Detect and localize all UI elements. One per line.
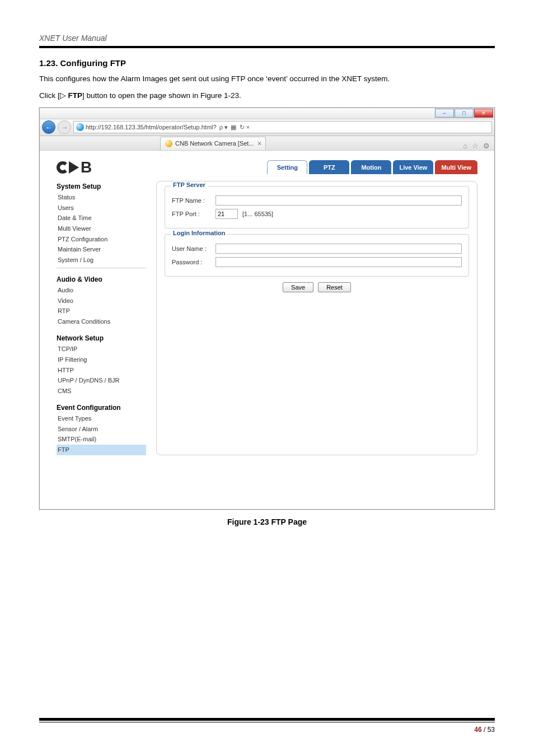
fieldset-ftp-server: FTP Server FTP Name : FTP Port : [1... 6… bbox=[165, 186, 469, 228]
sidebar-item-camera-conditions[interactable]: Camera Conditions bbox=[57, 316, 146, 327]
sidebar-item-http[interactable]: HTTP bbox=[57, 365, 146, 376]
fieldset-login-info: Login Information User Name : Password : bbox=[165, 234, 469, 277]
input-ftp-port[interactable] bbox=[216, 209, 238, 219]
manual-title: XNET User Manual bbox=[39, 34, 495, 43]
tab-favicon-icon bbox=[165, 140, 172, 147]
label-ftp-name: FTP Name : bbox=[172, 197, 211, 204]
main-panel: FTP Server FTP Name : FTP Port : [1... 6… bbox=[156, 181, 477, 455]
input-ftp-name[interactable] bbox=[216, 195, 462, 206]
nav-forward-button[interactable]: → bbox=[58, 120, 71, 134]
sidebar-heading-network: Network Setup bbox=[57, 333, 146, 344]
label-password: Password : bbox=[172, 259, 211, 265]
page-footer: 46 / 53 bbox=[39, 718, 495, 734]
sidebar-heading-system: System Setup bbox=[57, 181, 146, 192]
legend-login-info: Login Information bbox=[171, 230, 227, 236]
sidebar-heading-event: Event Configuration bbox=[57, 402, 146, 413]
address-controls: ρ ▾ ▦ ↻ × bbox=[218, 124, 250, 131]
sidebar-item-tcpip[interactable]: TCP/IP bbox=[57, 344, 146, 354]
sidebar-item-ip-filtering[interactable]: IP Filtering bbox=[57, 354, 146, 365]
reset-button[interactable]: Reset bbox=[318, 282, 351, 292]
intro-para-1: This configures how the Alarm Images get… bbox=[39, 73, 495, 85]
hint-ftp-port-range: [1... 65535] bbox=[242, 211, 273, 217]
page-total: 53 bbox=[488, 726, 495, 734]
sidebar-item-rtp[interactable]: RTP bbox=[57, 306, 146, 316]
page-current: 46 bbox=[474, 726, 481, 734]
legend-ftp-server: FTP Server bbox=[171, 181, 208, 188]
sidebar-item-cms[interactable]: CMS bbox=[57, 386, 146, 396]
page-sep: / bbox=[482, 726, 488, 734]
p2-bold: FTP bbox=[68, 91, 83, 100]
input-user-name[interactable] bbox=[216, 244, 462, 254]
sidebar-item-ftp[interactable]: FTP bbox=[57, 445, 146, 455]
sidebar-item-status[interactable]: Status bbox=[57, 192, 146, 203]
sidebar-item-upnp-dyndns-bjr[interactable]: UPnP / DynDNS / BJR bbox=[57, 375, 146, 386]
browser-tab-bar: CNB Network Camera [Set... ✕ ⌂ ☆ ⚙ bbox=[40, 136, 494, 151]
window-title-bar: – □ ✕ bbox=[40, 108, 494, 119]
ie-icon bbox=[76, 123, 84, 131]
figure-caption: Figure 1-23 FTP Page bbox=[39, 517, 495, 526]
browser-tab[interactable]: CNB Network Camera [Set... ✕ bbox=[160, 137, 266, 150]
tab-live-view[interactable]: Live View bbox=[393, 160, 433, 174]
sidebar-item-sensor-alarm[interactable]: Sensor / Alarm bbox=[57, 424, 146, 435]
window-minimize-button[interactable]: – bbox=[435, 109, 454, 118]
tab-multi-view[interactable]: Multi View bbox=[435, 160, 477, 174]
browser-window: – □ ✕ ← → http://192.168.123.35/html/ope… bbox=[39, 108, 495, 510]
window-maximize-button[interactable]: □ bbox=[455, 109, 474, 118]
home-icon[interactable]: ⌂ bbox=[463, 142, 467, 150]
address-bar[interactable]: http://192.168.123.35/html/operator/Setu… bbox=[73, 121, 492, 133]
footer-rule-thick bbox=[39, 718, 495, 721]
tab-ptz[interactable]: PTZ bbox=[309, 160, 349, 174]
logo-c-shape bbox=[57, 161, 69, 174]
footer-rule-thin bbox=[39, 722, 495, 722]
label-ftp-port: FTP Port : bbox=[172, 211, 211, 217]
main-nav-tabs: Setting PTZ Motion Live View Multi View bbox=[267, 160, 477, 174]
address-url: http://192.168.123.35/html/operator/Setu… bbox=[86, 124, 217, 130]
sidebar-item-event-types[interactable]: Event Types bbox=[57, 413, 146, 424]
p2-prefix: Click [ bbox=[39, 91, 60, 100]
label-user-name: User Name : bbox=[172, 245, 211, 252]
page-number: 46 / 53 bbox=[39, 726, 495, 734]
sidebar-item-maintain-server[interactable]: Maintain Server bbox=[57, 244, 146, 255]
section-heading: 1.23. Configuring FTP bbox=[39, 58, 495, 68]
intro-para-2: Click [▷ FTP] button to open the page sh… bbox=[39, 90, 495, 101]
browser-toolbar-right: ⌂ ☆ ⚙ bbox=[463, 142, 494, 150]
sidebar: System Setup Status Users Date & Time Mu… bbox=[57, 181, 146, 455]
sidebar-item-smtp[interactable]: SMTP(E-mail) bbox=[57, 434, 146, 445]
tab-title: CNB Network Camera [Set... bbox=[175, 140, 254, 147]
sidebar-item-date-time[interactable]: Date & Time bbox=[57, 213, 146, 223]
top-rule bbox=[39, 46, 495, 48]
save-button[interactable]: Save bbox=[283, 282, 313, 292]
tools-gear-icon[interactable]: ⚙ bbox=[483, 142, 490, 150]
tab-close-icon[interactable]: ✕ bbox=[257, 140, 262, 147]
favorites-icon[interactable]: ☆ bbox=[472, 142, 479, 150]
sidebar-item-audio[interactable]: Audio bbox=[57, 285, 146, 296]
sidebar-item-users[interactable]: Users bbox=[57, 203, 146, 213]
sidebar-heading-av: Audio & Video bbox=[57, 274, 146, 285]
input-password[interactable] bbox=[216, 257, 462, 267]
address-bar-row: ← → http://192.168.123.35/html/operator/… bbox=[40, 119, 494, 136]
app-header: B Setting PTZ Motion Live View Multi Vie… bbox=[57, 156, 477, 176]
app-content: B Setting PTZ Motion Live View Multi Vie… bbox=[40, 151, 494, 509]
sidebar-item-video[interactable]: Video bbox=[57, 296, 146, 306]
button-row: Save Reset bbox=[165, 282, 469, 292]
nav-back-button[interactable]: ← bbox=[42, 120, 55, 134]
logo-triangle-shape bbox=[69, 161, 79, 174]
sidebar-divider bbox=[57, 268, 146, 268]
sidebar-item-multi-viewer[interactable]: Multi Viewer bbox=[57, 223, 146, 234]
tab-motion[interactable]: Motion bbox=[351, 160, 391, 174]
tab-setting[interactable]: Setting bbox=[267, 160, 307, 174]
window-close-button[interactable]: ✕ bbox=[474, 109, 493, 118]
cnb-logo: B bbox=[57, 158, 91, 176]
sidebar-item-ptz-config[interactable]: PTZ Configuration bbox=[57, 234, 146, 245]
p2-suffix: ] button to open the page shown in Figur… bbox=[82, 91, 241, 100]
triangle-icon: ▷ bbox=[60, 91, 68, 100]
sidebar-item-system-log[interactable]: System / Log bbox=[57, 255, 146, 265]
